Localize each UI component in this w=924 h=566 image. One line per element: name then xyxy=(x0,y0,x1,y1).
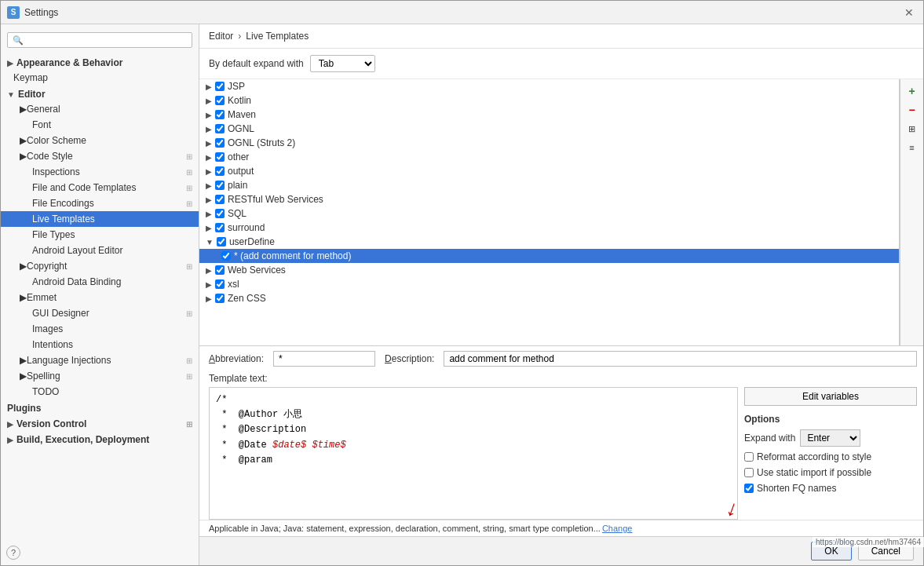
search-box[interactable]: 🔍 xyxy=(7,32,192,48)
group-checkbox-maven[interactable] xyxy=(215,110,225,119)
sidebar-item-label: Appearance & Behavior xyxy=(16,57,122,68)
template-group-ognl[interactable]: ▶ OGNL xyxy=(199,122,899,136)
template-group-jsp[interactable]: ▶ JSP xyxy=(199,79,899,93)
description-input[interactable] xyxy=(444,351,917,367)
chevron-right-icon: ▶ xyxy=(206,111,212,119)
template-group-sql[interactable]: ▶ SQL xyxy=(199,206,899,221)
add-template-button[interactable]: + xyxy=(904,82,921,100)
group-checkbox-ognl-struts[interactable] xyxy=(215,138,225,148)
badge-icon: ⊞ xyxy=(186,420,192,429)
breadcrumb-live-templates: Live Templates xyxy=(246,31,309,42)
template-group-output[interactable]: ▶ output xyxy=(199,164,899,178)
chevron-right-icon: ▶ xyxy=(20,355,27,366)
sidebar-item-keymap[interactable]: Keymap xyxy=(1,70,199,86)
search-input[interactable] xyxy=(27,35,187,46)
main-panel: Editor › Live Templates By default expan… xyxy=(199,24,923,565)
edit-variables-button[interactable]: Edit variables xyxy=(744,387,917,406)
chevron-right-icon: ▶ xyxy=(206,125,212,133)
copy-template-button[interactable]: ⊞ xyxy=(904,120,921,137)
group-label: Kotlin xyxy=(228,95,251,106)
group-checkbox-zen-css[interactable] xyxy=(215,294,225,303)
item-checkbox-add-comment[interactable] xyxy=(221,251,231,261)
group-checkbox-userdefine[interactable] xyxy=(217,237,226,246)
template-group-xsl[interactable]: ▶ xsl xyxy=(199,277,899,291)
sidebar-item-label: Keymap xyxy=(13,72,48,83)
expand-with-label: By default expand with xyxy=(209,58,304,69)
close-button[interactable]: ✕ xyxy=(901,5,917,20)
sidebar-item-build[interactable]: ▶ Build, Execution, Deployment xyxy=(1,431,199,447)
template-group-maven[interactable]: ▶ Maven xyxy=(199,108,899,122)
group-label: OGNL (Struts 2) xyxy=(228,137,295,148)
group-label: other xyxy=(228,152,249,162)
group-checkbox-jsp[interactable] xyxy=(215,82,225,91)
sidebar-item-color-scheme[interactable]: ▶ Color Scheme xyxy=(1,133,199,148)
badge-icon: ⊞ xyxy=(186,168,192,177)
sidebar-item-label: Version Control xyxy=(16,418,86,429)
sidebar-item-todo[interactable]: TODO xyxy=(1,384,199,400)
template-group-restful[interactable]: ▶ RESTful Web Services xyxy=(199,192,899,206)
search-icon: 🔍 xyxy=(13,35,24,46)
sidebar-item-live-templates[interactable]: Live Templates xyxy=(1,211,199,227)
sidebar-item-android-data-binding[interactable]: Android Data Binding xyxy=(1,274,199,290)
static-import-checkbox[interactable] xyxy=(744,468,754,477)
template-group-surround[interactable]: ▶ surround xyxy=(199,221,899,235)
group-checkbox-surround[interactable] xyxy=(215,223,225,232)
help-button[interactable]: ? xyxy=(6,546,20,560)
sidebar-item-language-injections[interactable]: ▶ Language Injections ⊞ xyxy=(1,352,199,368)
template-item-add-comment[interactable]: * (add comment for method) xyxy=(199,249,899,263)
sidebar-item-version-control[interactable]: ▶ Version Control ⊞ xyxy=(1,415,199,431)
sidebar-item-intentions[interactable]: Intentions xyxy=(1,337,199,352)
group-checkbox-kotlin[interactable] xyxy=(215,96,225,105)
sidebar-item-file-types[interactable]: File Types xyxy=(1,227,199,243)
badge-icon: ⊞ xyxy=(186,309,192,318)
shorten-fq-checkbox[interactable] xyxy=(744,484,754,493)
sidebar-item-copyright[interactable]: ▶ Copyright ⊞ xyxy=(1,258,199,274)
sidebar-item-appearance[interactable]: ▶ Appearance & Behavior xyxy=(1,54,199,70)
sidebar-item-file-code-templates[interactable]: File and Code Templates ⊞ xyxy=(1,180,199,195)
group-checkbox-xsl[interactable] xyxy=(215,279,225,289)
change-link[interactable]: Change xyxy=(602,524,633,533)
sidebar-item-android-layout[interactable]: Android Layout Editor xyxy=(1,243,199,258)
chevron-right-icon: ▶ xyxy=(206,97,212,105)
template-group-plain[interactable]: ▶ plain xyxy=(199,178,899,192)
reformat-checkbox[interactable] xyxy=(744,452,754,462)
sidebar-item-gui-designer[interactable]: GUI Designer ⊞ xyxy=(1,305,199,321)
group-checkbox-output[interactable] xyxy=(215,166,225,176)
move-template-button[interactable]: ≡ xyxy=(904,139,921,156)
sidebar-item-images[interactable]: Images xyxy=(1,321,199,337)
group-label: surround xyxy=(228,222,265,233)
template-group-zen-css[interactable]: ▶ Zen CSS xyxy=(199,291,899,305)
sidebar-item-editor[interactable]: ▼ Editor xyxy=(1,86,199,101)
remove-template-button[interactable]: − xyxy=(904,101,921,119)
sidebar-item-inspections[interactable]: Inspections ⊞ xyxy=(1,164,199,180)
template-group-userdefine[interactable]: ▼ userDefine xyxy=(199,235,899,249)
group-checkbox-plain[interactable] xyxy=(215,181,225,190)
abbrev-desc-row: Abbreviation: Description: xyxy=(209,351,917,367)
sidebar-item-file-encodings[interactable]: File Encodings ⊞ xyxy=(1,195,199,211)
sidebar-item-plugins[interactable]: Plugins xyxy=(1,400,199,415)
group-checkbox-web-services[interactable] xyxy=(215,265,225,275)
template-group-other[interactable]: ▶ other xyxy=(199,150,899,164)
expand-with-option-select[interactable]: Enter Tab Space xyxy=(800,429,860,447)
expand-with-select[interactable]: Tab Enter Space xyxy=(310,55,375,72)
sidebar-item-label: File and Code Templates xyxy=(32,182,137,193)
template-group-kotlin[interactable]: ▶ Kotlin xyxy=(199,93,899,108)
breadcrumb-editor: Editor xyxy=(209,31,233,42)
group-checkbox-other[interactable] xyxy=(215,152,225,162)
sidebar-item-general[interactable]: ▶ General xyxy=(1,101,199,117)
sidebar-item-code-style[interactable]: ▶ Code Style ⊞ xyxy=(1,148,199,164)
template-group-web-services[interactable]: ▶ Web Services xyxy=(199,263,899,277)
abbreviation-input[interactable] xyxy=(273,351,375,367)
sidebar-item-label: Build, Execution, Deployment xyxy=(16,434,149,445)
chevron-right-icon: ▶ xyxy=(7,436,13,444)
template-group-ognl-struts[interactable]: ▶ OGNL (Struts 2) xyxy=(199,136,899,150)
group-checkbox-ognl[interactable] xyxy=(215,124,225,133)
sidebar-item-label: Android Data Binding xyxy=(32,276,121,287)
group-label: Maven xyxy=(228,109,256,120)
template-code-area[interactable]: /* * @Author 小思 * @Description * @Date $… xyxy=(209,387,738,520)
group-checkbox-restful[interactable] xyxy=(215,195,225,204)
group-checkbox-sql[interactable] xyxy=(215,209,225,218)
sidebar-item-spelling[interactable]: ▶ Spelling ⊞ xyxy=(1,368,199,384)
sidebar-item-font[interactable]: Font xyxy=(1,117,199,133)
sidebar-item-emmet[interactable]: ▶ Emmet xyxy=(1,290,199,305)
